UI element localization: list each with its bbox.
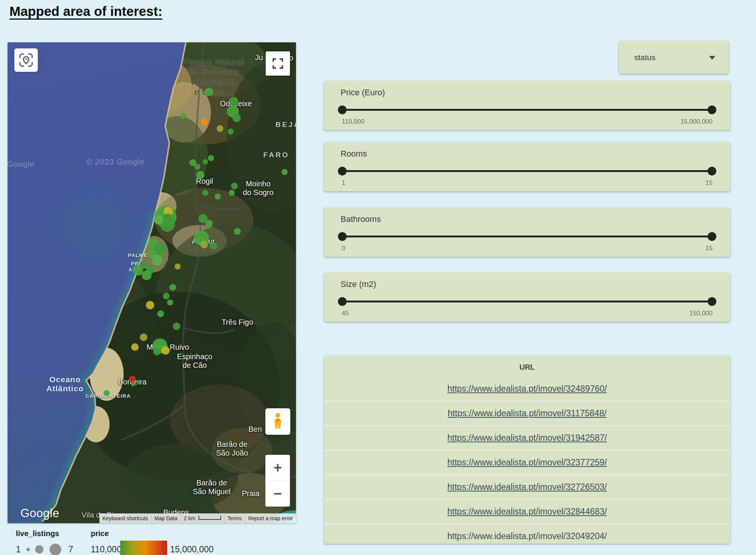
listing-marker[interactable]: [157, 310, 164, 317]
rooms-slider-handle-max[interactable]: [708, 167, 716, 175]
listing-marker[interactable]: [205, 88, 213, 96]
listing-marker[interactable]: [229, 97, 238, 106]
page-title: Mapped area of interest:: [9, 4, 163, 19]
listing-marker[interactable]: [152, 255, 163, 265]
zoom-out-button[interactable]: −: [265, 481, 290, 507]
price-filter-panel: Price (Euro) 110,000 15,000,000: [324, 81, 730, 130]
map-attribution-bar: Keyboard shortcuts Map Data 2 km Terms R…: [99, 513, 296, 523]
listing-marker[interactable]: [210, 242, 217, 250]
pegman-button[interactable]: [265, 408, 290, 435]
listing-marker[interactable]: [146, 301, 154, 309]
listing-marker[interactable]: [163, 293, 170, 299]
rooms-slider-track[interactable]: [342, 170, 712, 172]
listing-marker[interactable]: [153, 348, 161, 355]
listing-marker[interactable]: [200, 241, 208, 248]
size-slider-track[interactable]: [342, 301, 712, 302]
listing-marker[interactable]: [232, 114, 241, 122]
terms-link[interactable]: Terms: [224, 513, 245, 523]
listing-url-link[interactable]: https://www.idealista.pt/imovel/32844683…: [448, 507, 607, 517]
listing-marker[interactable]: [196, 171, 204, 179]
listing-marker[interactable]: [228, 129, 234, 135]
listing-marker[interactable]: [175, 264, 181, 270]
map[interactable]: Parque Natural do Sudoeste Alentejano e …: [8, 42, 296, 523]
listing-marker[interactable]: [229, 190, 235, 196]
listing-marker[interactable]: [154, 215, 163, 225]
price-slider-max-value: 15,000,000: [680, 118, 713, 126]
listing-marker[interactable]: [172, 102, 178, 108]
listing-marker[interactable]: [194, 164, 200, 170]
fullscreen-icon: [270, 56, 285, 71]
size-filter-panel: Size (m2) 45 150,000: [324, 273, 730, 322]
map-markers: [8, 42, 296, 523]
table-row: https://www.idealista.pt/imovel/32049204…: [324, 524, 730, 544]
legend-circle-medium: [35, 545, 43, 553]
bathrooms-filter-panel: Bathrooms 0 15: [324, 208, 730, 257]
price-slider-track[interactable]: [342, 109, 712, 111]
listing-marker[interactable]: [205, 220, 213, 227]
listing-marker[interactable]: [167, 299, 173, 305]
listing-marker[interactable]: [161, 346, 170, 355]
listing-marker[interactable]: [282, 169, 288, 175]
rooms-slider-max-value: 15: [705, 179, 713, 187]
listing-marker[interactable]: [169, 284, 176, 291]
bathrooms-slider-label: Bathrooms: [341, 214, 381, 224]
listing-marker[interactable]: [173, 322, 180, 330]
report-error-link[interactable]: Report a map error: [245, 513, 296, 523]
listing-marker[interactable]: [131, 382, 135, 386]
scale-text: 2 km: [184, 515, 195, 521]
listing-marker[interactable]: [202, 190, 208, 196]
size-slider-handle-max[interactable]: [708, 297, 716, 306]
legend-size-max: 7: [68, 544, 73, 555]
listing-marker[interactable]: [131, 343, 139, 351]
listing-marker[interactable]: [231, 183, 238, 189]
google-logo[interactable]: Google: [20, 507, 59, 520]
table-header-url: URL: [324, 356, 730, 377]
size-slider-handle-min[interactable]: [338, 297, 347, 306]
price-slider-handle-min[interactable]: [338, 105, 347, 114]
legend-color-gradient: [120, 541, 167, 555]
listing-marker[interactable]: [142, 270, 152, 280]
price-slider-label: Price (Euro): [341, 88, 385, 98]
listing-marker[interactable]: [140, 333, 147, 341]
size-slider-label: Size (m2): [341, 279, 376, 289]
listing-url-link[interactable]: https://www.idealista.pt/imovel/32377259…: [448, 457, 607, 468]
listing-marker[interactable]: [217, 125, 223, 132]
price-slider-handle-max[interactable]: [708, 105, 716, 114]
listing-marker[interactable]: [203, 159, 208, 164]
listing-marker[interactable]: [215, 194, 221, 200]
fullscreen-button[interactable]: [266, 51, 290, 76]
zoom-in-button[interactable]: +: [265, 455, 290, 481]
listing-marker[interactable]: [208, 155, 214, 161]
legend-color-min: 110,000: [91, 544, 121, 555]
url-table-body: https://www.idealista.pt/imovel/32489760…: [324, 377, 730, 544]
my-location-button[interactable]: [14, 48, 38, 72]
listing-marker[interactable]: [104, 390, 110, 396]
legend-color-max: 15,000,000: [170, 544, 214, 555]
pegman-icon: [271, 412, 285, 431]
price-slider-min-value: 110,000: [342, 118, 364, 126]
listing-url-link[interactable]: https://www.idealista.pt/imovel/31942587…: [448, 433, 607, 443]
status-dropdown[interactable]: status: [619, 41, 729, 74]
bathrooms-slider-handle-min[interactable]: [338, 232, 347, 241]
rooms-slider-handle-min[interactable]: [338, 167, 347, 175]
listing-url-link[interactable]: https://www.idealista.pt/imovel/32049204…: [448, 531, 607, 541]
bathrooms-slider-max-value: 15: [705, 245, 713, 252]
zoom-control: + −: [265, 455, 290, 507]
listing-url-link[interactable]: https://www.idealista.pt/imovel/32489760…: [448, 384, 607, 394]
map-data-button[interactable]: Map Data: [151, 513, 181, 523]
table-row: https://www.idealista.pt/imovel/32489760…: [324, 377, 730, 401]
listing-url-link[interactable]: https://www.idealista.pt/imovel/31175848…: [448, 408, 606, 419]
location-scan-icon: [18, 52, 34, 68]
listing-marker[interactable]: [234, 228, 241, 235]
listing-marker[interactable]: [200, 118, 208, 126]
size-slider-min-value: 45: [342, 310, 349, 317]
legend-circle-small: [26, 548, 30, 551]
bathrooms-slider-handle-max[interactable]: [708, 232, 716, 241]
legend-color-title: price: [91, 529, 109, 538]
status-dropdown-label: status: [634, 53, 655, 62]
bathrooms-slider-track[interactable]: [342, 236, 712, 237]
listing-marker[interactable]: [180, 113, 186, 119]
map-scale: 2 km: [180, 513, 224, 523]
keyboard-shortcuts-button[interactable]: Keyboard shortcuts: [99, 513, 151, 523]
listing-url-link[interactable]: https://www.idealista.pt/imovel/32726503…: [448, 482, 607, 492]
